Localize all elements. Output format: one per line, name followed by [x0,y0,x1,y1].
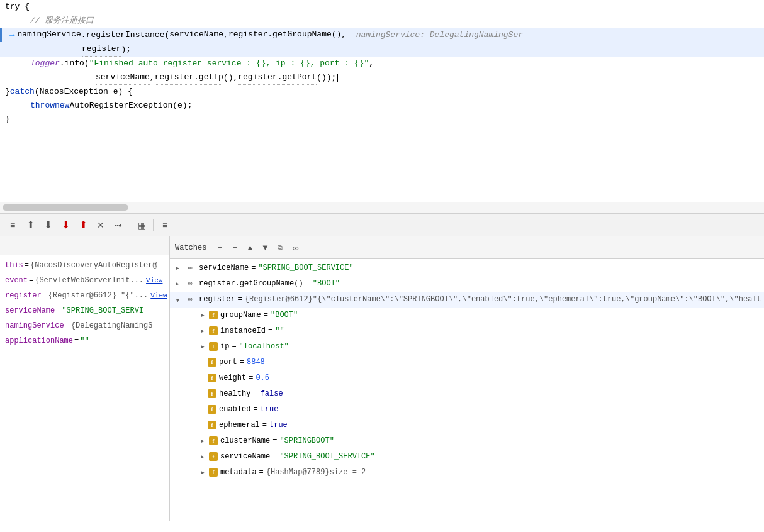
step-out-button[interactable]: ⬇ [58,218,73,233]
field-icon: f [208,374,216,382]
field-icon: f [209,311,218,319]
horizontal-scrollbar[interactable] [0,202,764,213]
list-item[interactable]: applicationName = "" [0,333,169,348]
code-line: // 服务注册接口 [0,14,764,28]
field-icon: f [209,436,218,445]
watch-item-ephemeral[interactable]: f ephemeral = true [170,418,764,433]
settings-button[interactable]: ≡ [157,218,172,233]
menu-button[interactable]: ≡ [5,218,20,233]
field-icon: f [208,389,216,398]
expand-arrow[interactable]: ▶ [198,327,208,337]
field-icon: f [209,326,218,335]
watches-panel-title: Watches [175,243,206,252]
list-item[interactable]: namingService = {DelegatingNamingS [0,318,169,333]
watch-item-metadata[interactable]: ▶ f metadata = {HashMap@7789} size = 2 [170,465,764,480]
field-icon: f [208,405,216,414]
watch-item-instanceid[interactable]: ▶ f instanceId = "" [170,323,764,339]
debug-panels: this = {NacosDiscoveryAutoRegister@ even… [0,236,764,521]
variables-list: this = {NacosDiscoveryAutoRegister@ even… [0,255,169,521]
field-icon: f [208,358,216,367]
infinity-icon: ∞ [184,279,196,288]
variables-panel-header [0,236,169,255]
debug-toolbar: ≡ ⬆ ⬇ ⬇ ⬆ ✕ ⇢ ▦ ≡ [0,214,764,236]
field-icon: f [209,468,218,477]
code-area: try { // 服务注册接口 → namingService .registe… [0,0,764,126]
watch-item-enabled[interactable]: f enabled = true [170,402,764,418]
watch-item-ip[interactable]: ▶ f ip = "localhost" [170,339,764,355]
watch-item-getgroupname[interactable]: ▶ ∞ register.getGroupName() = "BOOT" [170,276,764,292]
force-step-over-button[interactable]: ✕ [93,218,108,233]
field-icon: f [209,342,218,351]
watch-item-register[interactable]: ▶ ∞ register = {Register@6612} "{\"clust… [170,292,764,308]
watch-item-healthy[interactable]: f healthy = false [170,386,764,402]
code-line: register ); [0,42,764,57]
expand-arrow[interactable]: ▶ [198,343,208,353]
run-to-cursor-button[interactable]: ⬆ [76,218,91,233]
expand-arrow[interactable]: ▶ [172,280,183,290]
code-line: } [0,113,764,126]
expand-arrow[interactable]: ▶ [172,264,183,274]
code-line-highlight: → namingService .registerInstance( servi… [0,28,764,42]
code-line: logger .info( "Finished auto register se… [0,57,764,70]
expand-arrow[interactable]: ▶ [198,311,208,321]
field-icon: f [208,421,216,429]
toolbar-separator [130,219,130,231]
field-icon: f [209,452,218,461]
expand-arrow[interactable]: ▶ [198,468,208,479]
infinity-watch-button[interactable]: ∞ [288,241,302,255]
list-item[interactable]: register = {Register@6612} "{"... View [0,288,169,303]
table-view-button[interactable]: ▦ [134,218,149,233]
infinity-icon: ∞ [184,263,196,272]
expand-arrow-expanded[interactable]: ▶ [172,296,183,306]
watch-item-servicename-nested[interactable]: ▶ f serviceName = "SPRING_BOOT_SERVICE" [170,449,764,465]
watch-item-weight[interactable]: f weight = 0.6 [170,370,764,386]
add-watch-button[interactable]: + [213,241,227,255]
list-item[interactable]: serviceName = "SPRING_BOOT_SERVI [0,303,169,318]
copy-watch-button[interactable]: ⧉ [273,241,287,255]
watches-panel: Watches + − ▲ ▼ ⧉ ∞ ▶ ∞ serviceName = "S… [170,236,764,521]
code-editor: try { // 服务注册接口 → namingService .registe… [0,0,764,214]
expand-arrow[interactable]: ▶ [198,437,208,447]
watch-item-servicename[interactable]: ▶ ∞ serviceName = "SPRING_BOOT_SERVICE" [170,260,764,276]
list-item[interactable]: event = {ServletWebServerInit... View [0,273,169,288]
expand-arrow[interactable]: ▶ [198,453,208,463]
watches-toolbar: Watches + − ▲ ▼ ⧉ ∞ [170,236,764,259]
infinity-icon: ∞ [184,295,196,304]
cursor [337,74,338,82]
code-line: try { [0,0,764,14]
move-up-button[interactable]: ▲ [243,241,257,255]
toolbar-separator-2 [153,219,154,231]
watches-list: ▶ ∞ serviceName = "SPRING_BOOT_SERVICE" … [170,259,764,521]
variables-panel: this = {NacosDiscoveryAutoRegister@ even… [0,236,170,521]
watch-item-groupname[interactable]: ▶ f groupName = "BOOT" [170,308,764,323]
list-item[interactable]: this = {NacosDiscoveryAutoRegister@ [0,258,169,273]
step-over-button[interactable]: ⬆ [23,218,38,233]
scrollbar-thumb[interactable] [3,204,128,211]
watch-item-clustername[interactable]: ▶ f clusterName = "SPRINGBOOT" [170,433,764,449]
move-down-button[interactable]: ▼ [258,241,272,255]
code-line-cursor: serviceName , register.getIp (), registe… [0,70,764,85]
code-line: throw new AutoRegisterException(e); [0,99,764,113]
step-into-button[interactable]: ⬇ [40,218,55,233]
code-line: } catch (NacosException e) { [0,85,764,99]
remove-watch-button[interactable]: − [228,241,242,255]
force-step-into-button[interactable]: ⇢ [111,218,126,233]
watch-item-port[interactable]: f port = 8848 [170,355,764,370]
execution-arrow: → [9,28,14,42]
